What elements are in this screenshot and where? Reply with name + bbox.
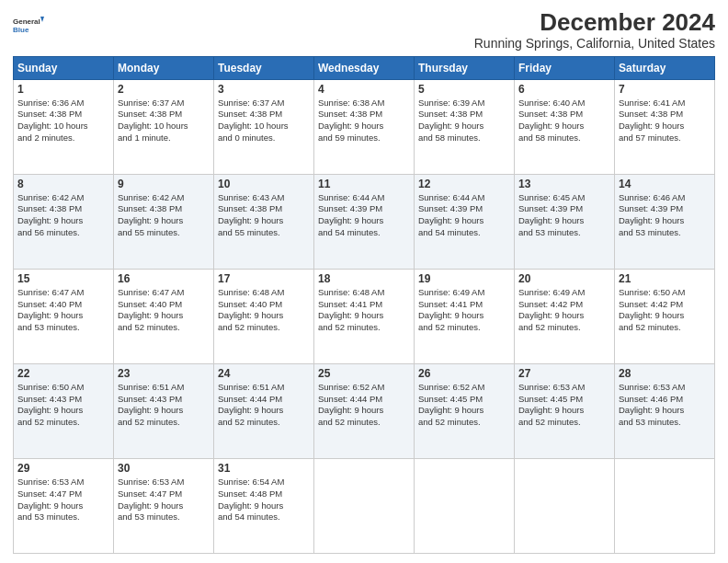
calendar-week-row: 15Sunrise: 6:47 AMSunset: 4:40 PMDayligh… [14,269,715,363]
day-info: Sunrise: 6:53 AMSunset: 4:46 PMDaylight:… [619,382,711,429]
calendar-day-cell: 25Sunrise: 6:52 AMSunset: 4:44 PMDayligh… [314,363,415,458]
calendar-day-cell: 9Sunrise: 6:42 AMSunset: 4:38 PMDaylight… [114,174,214,269]
day-info: Sunrise: 6:48 AMSunset: 4:40 PMDaylight:… [218,287,310,334]
calendar-day-cell: 27Sunrise: 6:53 AMSunset: 4:45 PMDayligh… [515,363,615,458]
calendar-day-cell: 16Sunrise: 6:47 AMSunset: 4:40 PMDayligh… [114,269,214,363]
day-info: Sunrise: 6:54 AMSunset: 4:48 PMDaylight:… [218,477,310,523]
calendar-day-cell: 1Sunrise: 6:36 AMSunset: 4:38 PMDaylight… [14,79,114,174]
calendar-day-cell: 22Sunrise: 6:50 AMSunset: 4:43 PMDayligh… [14,363,114,458]
calendar-day-cell: 17Sunrise: 6:48 AMSunset: 4:40 PMDayligh… [214,269,314,363]
calendar-week-row: 29Sunrise: 6:53 AMSunset: 4:47 PMDayligh… [14,458,715,553]
day-number: 23 [118,367,210,380]
calendar-week-row: 22Sunrise: 6:50 AMSunset: 4:43 PMDayligh… [14,363,715,458]
day-number: 31 [218,462,310,475]
day-info: Sunrise: 6:49 AMSunset: 4:41 PMDaylight:… [418,287,510,334]
calendar-day-cell: 6Sunrise: 6:40 AMSunset: 4:38 PMDaylight… [515,79,615,174]
calendar-day-cell: 30Sunrise: 6:53 AMSunset: 4:47 PMDayligh… [114,458,214,553]
day-number: 28 [619,367,711,380]
day-number: 19 [418,272,510,285]
day-number: 27 [518,367,610,380]
calendar-day-cell: 31Sunrise: 6:54 AMSunset: 4:48 PMDayligh… [214,458,314,553]
day-number: 3 [218,83,310,96]
day-info: Sunrise: 6:52 AMSunset: 4:45 PMDaylight:… [418,382,510,429]
page-subtitle: Running Springs, California, United Stat… [474,36,715,51]
calendar-day-cell: 13Sunrise: 6:45 AMSunset: 4:39 PMDayligh… [515,174,615,269]
day-number: 10 [218,178,310,190]
calendar-day-cell: 19Sunrise: 6:49 AMSunset: 4:41 PMDayligh… [415,269,515,363]
day-info: Sunrise: 6:48 AMSunset: 4:41 PMDaylight:… [318,287,410,334]
day-info: Sunrise: 6:53 AMSunset: 4:45 PMDaylight:… [518,382,610,429]
day-info: Sunrise: 6:42 AMSunset: 4:38 PMDaylight:… [118,192,210,239]
logo: General Blue [13,9,44,40]
day-number: 29 [17,462,109,475]
day-number: 6 [518,83,610,96]
page: General Blue December 2024 Running Sprin… [0,0,728,563]
calendar-day-cell: 7Sunrise: 6:41 AMSunset: 4:38 PMDaylight… [615,79,715,174]
calendar-day-header: Monday [114,56,214,79]
calendar-day-cell: 18Sunrise: 6:48 AMSunset: 4:41 PMDayligh… [314,269,415,363]
day-number: 11 [318,178,410,190]
calendar-day-header: Sunday [14,56,114,79]
day-number: 13 [518,178,610,190]
day-number: 22 [17,367,109,380]
day-number: 2 [118,83,210,96]
day-info: Sunrise: 6:53 AMSunset: 4:47 PMDaylight:… [118,477,210,523]
day-number: 5 [418,83,510,96]
day-info: Sunrise: 6:52 AMSunset: 4:44 PMDaylight:… [318,382,410,429]
logo-svg: General Blue [13,9,44,40]
day-number: 18 [318,272,410,285]
day-info: Sunrise: 6:49 AMSunset: 4:42 PMDaylight:… [518,287,610,334]
calendar-week-row: 8Sunrise: 6:42 AMSunset: 4:38 PMDaylight… [14,174,715,269]
day-number: 30 [118,462,210,475]
day-info: Sunrise: 6:47 AMSunset: 4:40 PMDaylight:… [17,287,109,334]
calendar-day-cell: 3Sunrise: 6:37 AMSunset: 4:38 PMDaylight… [214,79,314,174]
day-number: 20 [518,272,610,285]
day-info: Sunrise: 6:42 AMSunset: 4:38 PMDaylight:… [17,192,109,239]
day-number: 25 [318,367,410,380]
svg-text:Blue: Blue [13,26,29,34]
day-info: Sunrise: 6:45 AMSunset: 4:39 PMDaylight:… [518,192,610,239]
calendar-day-cell: 24Sunrise: 6:51 AMSunset: 4:44 PMDayligh… [214,363,314,458]
day-info: Sunrise: 6:50 AMSunset: 4:43 PMDaylight:… [17,382,109,429]
day-number: 1 [17,83,109,96]
calendar-day-header: Thursday [415,56,515,79]
calendar-day-cell: 4Sunrise: 6:38 AMSunset: 4:38 PMDaylight… [314,79,415,174]
day-info: Sunrise: 6:41 AMSunset: 4:38 PMDaylight:… [619,98,711,144]
day-number: 7 [619,83,711,96]
calendar-day-header: Friday [515,56,615,79]
day-info: Sunrise: 6:44 AMSunset: 4:39 PMDaylight:… [418,192,510,239]
calendar-day-cell [314,458,415,553]
day-info: Sunrise: 6:53 AMSunset: 4:47 PMDaylight:… [17,477,109,523]
calendar-day-cell: 28Sunrise: 6:53 AMSunset: 4:46 PMDayligh… [615,363,715,458]
calendar-day-cell: 8Sunrise: 6:42 AMSunset: 4:38 PMDaylight… [14,174,114,269]
day-info: Sunrise: 6:38 AMSunset: 4:38 PMDaylight:… [318,98,410,144]
calendar-day-cell: 2Sunrise: 6:37 AMSunset: 4:38 PMDaylight… [114,79,214,174]
calendar-day-cell: 20Sunrise: 6:49 AMSunset: 4:42 PMDayligh… [515,269,615,363]
day-number: 9 [118,178,210,190]
day-number: 26 [418,367,510,380]
day-number: 17 [218,272,310,285]
day-info: Sunrise: 6:44 AMSunset: 4:39 PMDaylight:… [318,192,410,239]
day-info: Sunrise: 6:50 AMSunset: 4:42 PMDaylight:… [619,287,711,334]
calendar-day-cell: 21Sunrise: 6:50 AMSunset: 4:42 PMDayligh… [615,269,715,363]
calendar-day-cell: 12Sunrise: 6:44 AMSunset: 4:39 PMDayligh… [415,174,515,269]
calendar-day-cell [615,458,715,553]
header: General Blue December 2024 Running Sprin… [13,9,715,51]
calendar-day-header: Tuesday [214,56,314,79]
day-number: 15 [17,272,109,285]
calendar-day-cell: 29Sunrise: 6:53 AMSunset: 4:47 PMDayligh… [14,458,114,553]
calendar-day-cell: 11Sunrise: 6:44 AMSunset: 4:39 PMDayligh… [314,174,415,269]
day-info: Sunrise: 6:51 AMSunset: 4:43 PMDaylight:… [118,382,210,429]
day-info: Sunrise: 6:43 AMSunset: 4:38 PMDaylight:… [218,192,310,239]
calendar-day-header: Saturday [615,56,715,79]
calendar-day-header: Wednesday [314,56,415,79]
day-info: Sunrise: 6:37 AMSunset: 4:38 PMDaylight:… [118,98,210,144]
calendar-day-cell: 15Sunrise: 6:47 AMSunset: 4:40 PMDayligh… [14,269,114,363]
calendar-week-row: 1Sunrise: 6:36 AMSunset: 4:38 PMDaylight… [14,79,715,174]
day-info: Sunrise: 6:37 AMSunset: 4:38 PMDaylight:… [218,98,310,144]
day-info: Sunrise: 6:47 AMSunset: 4:40 PMDaylight:… [118,287,210,334]
calendar-day-cell [515,458,615,553]
day-number: 8 [17,178,109,190]
calendar-header-row: SundayMondayTuesdayWednesdayThursdayFrid… [14,56,715,79]
day-info: Sunrise: 6:36 AMSunset: 4:38 PMDaylight:… [17,98,109,144]
